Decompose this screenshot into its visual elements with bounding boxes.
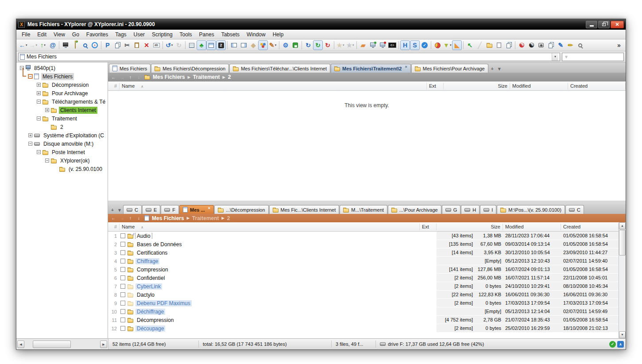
bottom-tab-4[interactable]: Mes ...× — [179, 205, 214, 214]
top-crumb-2[interactable]: 2 — [228, 74, 231, 80]
scroll-track[interactable] — [619, 256, 626, 331]
tree-expander[interactable]: − — [37, 150, 41, 154]
menu-help[interactable]: Help — [269, 31, 287, 39]
column-header-item[interactable]: # — [108, 83, 120, 89]
column-header-modified[interactable]: Modified — [510, 83, 568, 89]
tab-close-icon[interactable]: × — [405, 65, 407, 69]
file-row-d-chiffrage[interactable]: 10Déchiffrage[Empty]05/12/2013 12:14:040… — [108, 307, 619, 316]
row-checkbox[interactable] — [120, 259, 125, 263]
paste-button[interactable] — [132, 40, 142, 50]
jump-button[interactable]: ↖ — [465, 40, 475, 50]
details-view-button[interactable] — [187, 40, 197, 50]
file-row-compression[interactable]: 5Compression[141 items]127,86 MB16/07/20… — [108, 265, 619, 274]
top-file-list[interactable]: This view is empty. — [108, 91, 626, 201]
redo-button[interactable]: ↻ — [174, 40, 184, 50]
hash-file-button[interactable]: H — [400, 40, 410, 50]
top-tab-1[interactable]: Mes Fichiers — [109, 64, 151, 73]
tree-expander[interactable]: + — [37, 83, 41, 87]
bottom-crumb-mes-fichiers[interactable]: Mes Fichiers — [152, 215, 184, 221]
favorite-add-button[interactable]: ★▾ — [336, 40, 345, 50]
duplicate-button[interactable] — [504, 40, 514, 50]
menu-favorites[interactable]: Favorites — [83, 31, 112, 39]
menu-user[interactable]: User — [130, 31, 148, 39]
menu-scripting[interactable]: Scripting — [148, 31, 176, 39]
bottom-nav-up-button[interactable]: ↑ — [128, 216, 133, 221]
scroll-thumb[interactable] — [619, 230, 626, 256]
favorites-button[interactable]: ★▾ — [345, 40, 355, 50]
minimize-button[interactable] — [586, 21, 597, 28]
bottom-tab-5[interactable]: ...\Décompression — [214, 205, 269, 214]
bottom-nav-forward-button[interactable]: → — [119, 216, 125, 221]
top-tab-3[interactable]: Mes Fichiers\Téléchar...\Clients Interne… — [229, 64, 330, 73]
filter-box[interactable]: ▼ — [562, 53, 624, 61]
tree-item-d-compression[interactable]: +Décompression — [16, 81, 108, 89]
tree-item-2[interactable]: 2 — [16, 123, 108, 131]
tree-item-syst-me-d-exploitation-c[interactable]: +Système d'Exploitation (C — [16, 131, 108, 139]
cut-button[interactable]: ✂ — [122, 40, 132, 50]
tree-expander[interactable]: + — [28, 133, 32, 137]
new-folder-button[interactable]: + — [70, 40, 80, 50]
tree-item-mes-fichiers[interactable]: −Mes Fichiers — [16, 72, 108, 81]
stop-refresh-button[interactable]: ↻ — [323, 40, 333, 50]
statistics-button[interactable] — [433, 40, 442, 50]
sign-file-button[interactable]: S — [410, 40, 420, 50]
row-checkbox[interactable] — [120, 267, 125, 272]
file-row-certifications[interactable]: 3Certifications[14 items]3,95 KB30/12/20… — [108, 248, 619, 257]
row-checkbox[interactable] — [120, 250, 125, 255]
menu-go[interactable]: Go — [69, 31, 83, 39]
address-bar[interactable]: Mes Fichiers ▾ — [18, 53, 560, 61]
file-row-d-coupage[interactable]: 12Découpage[2 items]0 bytes25/02/2010 16… — [108, 324, 619, 333]
file-row-confidentiel[interactable]: 6Confidentiel[2 items]256,00 MB16/07/202… — [108, 274, 619, 282]
tree-expander[interactable]: + — [45, 108, 49, 112]
panel-right-button[interactable] — [239, 40, 248, 50]
bottom-crumb-traitement[interactable]: Traitement — [192, 215, 219, 221]
minimize-to-tray-button[interactable] — [61, 40, 70, 50]
address-dropdown-button[interactable]: ▾ — [552, 53, 558, 61]
pane-splitter[interactable] — [108, 201, 626, 204]
tab-menu-button[interactable]: ▾ — [116, 206, 123, 214]
title-bar[interactable]: X Mes Fichiers - XYplorer @ XYplorer.ini… — [16, 19, 626, 30]
color-filters-button[interactable] — [258, 40, 268, 50]
zoom-button[interactable] — [575, 40, 585, 50]
search-button[interactable] — [80, 40, 90, 50]
column-header-created[interactable]: Created — [561, 224, 619, 230]
row-checkbox[interactable] — [120, 326, 125, 331]
top-nav-down-button[interactable]: ↓ — [136, 75, 142, 80]
theme-light-button[interactable]: ☯ — [526, 40, 536, 50]
column-header-created[interactable]: Created — [568, 83, 626, 89]
bottom-crumb-2[interactable]: 2 — [227, 215, 230, 221]
row-checkbox[interactable] — [120, 318, 125, 322]
tree-item-clients-internet[interactable]: +Clients Internet — [16, 106, 108, 114]
column-header-ext[interactable]: Ext — [427, 83, 444, 89]
tag-button[interactable]: ◆ — [248, 40, 258, 50]
tree-expander[interactable]: − — [28, 74, 32, 78]
row-checkbox[interactable] — [120, 233, 125, 238]
paste-special-button[interactable]: P — [103, 40, 112, 50]
tree-item-pour-archivage[interactable]: +Pour Archivage — [16, 89, 108, 97]
column-header-size[interactable]: Size — [437, 224, 503, 230]
delete-button[interactable]: ✕ — [142, 40, 151, 50]
file-row-audio[interactable]: 1Audio[43 items]1,38 MB28/11/2023 17:06:… — [108, 232, 619, 240]
file-row-bases-de-donn-es[interactable]: 2Bases de Données[135 items]67,60 MB09/0… — [108, 240, 619, 248]
edit-notes-button[interactable]: ✏ — [565, 40, 575, 50]
tree-scroll-left-button[interactable]: ◀ — [17, 341, 24, 348]
bottom-tab-8[interactable]: ...\Pour Archivage — [388, 205, 441, 214]
up-button[interactable]: ↑▾ — [38, 40, 48, 50]
auto-refresh-button[interactable]: ↻ — [313, 40, 323, 50]
tab-menu-button[interactable]: ▾ — [496, 65, 503, 73]
column-header-name[interactable]: Name∧ — [120, 83, 427, 89]
new-tab-button[interactable]: + — [109, 206, 116, 214]
bottom-tab-11[interactable]: I — [480, 205, 496, 214]
bottom-tab-1[interactable]: C — [123, 205, 142, 214]
forward-button[interactable]: →▾ — [28, 40, 39, 50]
open-folder-button[interactable] — [484, 40, 494, 50]
status-ok-icon[interactable]: ✓ — [609, 341, 616, 348]
menu-edit[interactable]: Edit — [34, 31, 50, 39]
bottom-tab-2[interactable]: E — [142, 205, 160, 214]
command-prompt-button[interactable]: C:\ — [387, 40, 397, 50]
row-checkbox[interactable] — [120, 275, 125, 280]
bottom-tab-12[interactable]: M:\Pos...\(v. 25.90.0100) — [497, 205, 565, 214]
menu-panes[interactable]: Panes — [196, 31, 218, 39]
tree-item-xyplorer-ok[interactable]: −XYplorer(ok) — [16, 156, 108, 165]
refresh-button[interactable]: ↻ — [303, 40, 313, 50]
